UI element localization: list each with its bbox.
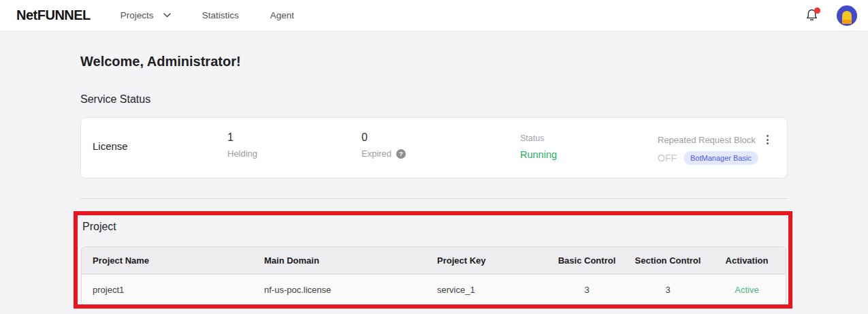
nav-item-label: Statistics	[202, 10, 239, 20]
notification-dot	[814, 7, 820, 14]
repeated-request-block-label: Repeated Request Block	[658, 135, 756, 145]
nav-item-agent[interactable]: Agent	[270, 10, 294, 20]
helding-label: Helding	[227, 148, 257, 159]
cell-main-domain: nf-us-poc.license	[253, 285, 426, 295]
netfunnel-logo[interactable]: NetFUNNEL	[16, 7, 91, 23]
table-row[interactable]: project1 nf-us-poc.license service_1 3 3…	[82, 274, 786, 304]
top-navbar: NetFUNNEL Projects Statistics Agent	[0, 0, 868, 31]
expired-label: Expired	[361, 148, 391, 159]
repeated-request-block: Repeated Request Block OFF BotManager Ba…	[658, 134, 771, 165]
cell-project-name[interactable]: project1	[82, 285, 253, 295]
kebab-menu-icon[interactable]	[764, 134, 771, 146]
expired-count: 0	[361, 131, 406, 144]
section-divider	[80, 198, 788, 199]
col-header-section-control: Section Control	[628, 255, 708, 266]
botmanager-badge: BotManager Basic	[684, 151, 758, 165]
col-header-project-name: Project Name	[82, 255, 253, 266]
expired-label-row: Expired ?	[361, 148, 406, 159]
nav-item-projects[interactable]: Projects	[120, 10, 171, 20]
service-status-block: Status Running	[520, 134, 557, 160]
user-avatar[interactable]	[837, 5, 857, 26]
cell-section-control: 3	[628, 285, 708, 295]
helding-count: 1	[227, 131, 257, 144]
nav-item-statistics[interactable]: Statistics	[202, 10, 239, 20]
welcome-heading: Welcome, Administrator!	[80, 54, 241, 69]
col-header-project-key: Project Key	[426, 255, 546, 266]
table-header-row: Project Name Main Domain Project Key Bas…	[82, 247, 786, 274]
license-stat-helding: 1 Helding	[227, 131, 257, 159]
status-value: Running	[520, 149, 557, 160]
rrb-state-off: OFF	[658, 153, 677, 163]
nav-item-label: Agent	[270, 10, 294, 20]
col-header-basic-control: Basic Control	[546, 255, 628, 266]
cell-project-key: service_1	[426, 285, 546, 295]
license-stat-expired: 0 Expired ?	[361, 131, 406, 159]
license-card: License 1 Helding 0 Expired ? Status Run…	[80, 117, 788, 178]
col-header-activation: Activation	[708, 255, 786, 266]
license-card-title: License	[93, 140, 128, 152]
notification-bell-icon[interactable]	[805, 7, 820, 24]
netfunnel-dashboard: NetFUNNEL Projects Statistics Agent	[0, 0, 868, 314]
project-table: Project Name Main Domain Project Key Bas…	[81, 247, 786, 305]
avatar-figure-bottom	[842, 20, 852, 24]
cell-activation-status: Active	[708, 285, 786, 295]
navbar-right	[805, 0, 868, 31]
chevron-down-icon	[163, 13, 171, 18]
project-section-heading: Project	[82, 221, 116, 233]
status-label: Status	[520, 134, 557, 143]
nav-item-label: Projects	[120, 10, 154, 20]
service-status-heading: Service Status	[80, 93, 150, 106]
col-header-main-domain: Main Domain	[253, 255, 426, 266]
main-nav: Projects Statistics Agent	[120, 10, 294, 20]
help-icon[interactable]: ?	[396, 149, 406, 159]
cell-basic-control: 3	[546, 285, 628, 295]
